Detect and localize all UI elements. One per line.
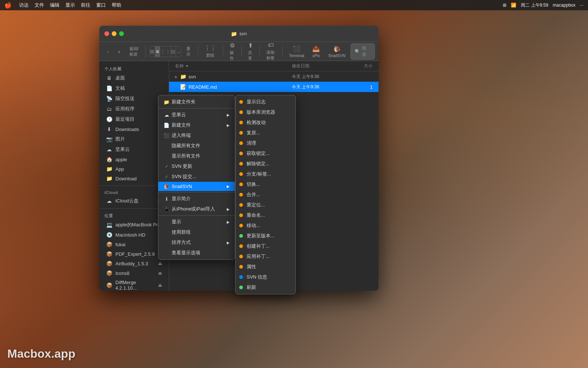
cm-svn-info[interactable]: SVN 信息	[236, 272, 295, 282]
cm-branch-tag[interactable]: 分支/标签...	[236, 169, 295, 179]
snailsvn-btn[interactable]: 🐌 SnailSVN	[325, 44, 348, 59]
cm-hide-all[interactable]: 隐藏所有文件	[158, 141, 235, 151]
cm-show-all[interactable]: 显示所有文件	[158, 151, 235, 161]
list-view-btn[interactable]: ≡	[155, 46, 160, 57]
cm-jianguoyun[interactable]: ☁ 坚果云 ▶	[158, 110, 235, 120]
sidebar-item-documents[interactable]: 📄 文稿	[101, 83, 167, 93]
maximize-button[interactable]	[119, 31, 124, 36]
cm-hide-all-label: 隐藏所有文件	[172, 142, 200, 149]
cm-repo-browser[interactable]: 版本库浏览器	[236, 107, 295, 117]
terminal-btn[interactable]: ⬛ Terminal	[286, 44, 307, 59]
cm-move[interactable]: 移动...	[236, 220, 295, 231]
sidebar-item-pdf[interactable]: 📦 PDF_Expert_2.5.9 ⏏	[101, 249, 167, 259]
cm-properties[interactable]: 属性	[236, 262, 295, 272]
sidebar-item-jianguoyun[interactable]: ☁ 坚果云	[101, 144, 167, 155]
apple-menu[interactable]: 🍎	[4, 2, 12, 9]
col-name-header[interactable]: 名称 ▼	[175, 63, 292, 69]
sidebar-item-diffmerge[interactable]: 📦 DiffMerge 4.2.1.10... ⏏	[101, 278, 167, 291]
action-label: 操作	[230, 50, 235, 61]
sidebar-item-macintosh[interactable]: 💿 Macintosh HD	[101, 230, 167, 240]
sidebar-item-icons8[interactable]: 📦 Icons8 ⏏	[101, 268, 167, 278]
sidebar-item-desktop[interactable]: 🖥 桌面	[101, 73, 167, 83]
tag-btn[interactable]: 🏷 添加标签	[263, 40, 279, 62]
cm-cleanup[interactable]: 清理	[236, 138, 295, 148]
group-btn[interactable]: ⋮⋮ 群组	[201, 43, 219, 60]
table-row[interactable]: ▶ 📁 svn 今天 上午9:36	[169, 71, 379, 82]
toolbar-divider-6	[282, 46, 283, 57]
cm-refresh[interactable]: 刷新	[236, 282, 295, 293]
cm-svn-commit[interactable]: ✓ SVN 提交...	[158, 171, 235, 182]
view-options-btn[interactable]: ⌵	[176, 46, 181, 57]
cm-create-patch[interactable]: 创建补丁...	[236, 241, 295, 251]
cm-rename[interactable]: 重命名...	[236, 210, 295, 220]
cm-apply-patch[interactable]: 应用补丁...	[236, 251, 295, 262]
col-date-header[interactable]: 修改日期	[292, 63, 351, 69]
cm-get-lock[interactable]: 获取锁定...	[236, 148, 295, 159]
sidebar-item-applications[interactable]: 🗂 应用程序	[101, 104, 167, 114]
menubar-go[interactable]: 前往	[81, 2, 90, 8]
minimize-button[interactable]	[112, 31, 116, 36]
sidebar-item-airdrop[interactable]: 📡 隔空投送	[101, 93, 167, 104]
cm-use-group[interactable]: 使用群组	[158, 227, 235, 237]
cm-check-changes[interactable]: 检测改动	[236, 117, 295, 128]
upic-label: uPic	[312, 53, 320, 58]
airbuddy-eject[interactable]: ⏏	[158, 261, 162, 266]
sidebar-item-apple[interactable]: 🏠 apple	[101, 155, 167, 164]
menubar-display[interactable]: 显示	[65, 2, 75, 8]
search-box[interactable]: 🔍 搜索	[351, 43, 375, 60]
upic-btn[interactable]: 📤 uPic	[309, 44, 323, 59]
menubar-edit[interactable]: 编辑	[50, 2, 60, 8]
sidebar-item-macbook[interactable]: 💻 apple的MacBook Pro	[101, 220, 167, 230]
cm-terminal[interactable]: ⬛ 进入终端	[158, 130, 235, 141]
sidebar-item-airbuddy[interactable]: 📦 AirBuddy_1.5.3 ⏏	[101, 259, 167, 268]
cm-new-folder[interactable]: 📁 新建文件夹	[158, 97, 235, 107]
cm-update-to-version[interactable]: 更新至版本...	[236, 231, 295, 241]
diffmerge-eject[interactable]: ⏏	[158, 283, 162, 288]
cm-switch[interactable]: 切换...	[236, 179, 295, 190]
context-menu[interactable]: 📁 新建文件夹 ☁ 坚果云 ▶ 📄 新建文件 ▶ ⬛ 进入终端 隐藏所有文件 显…	[158, 95, 235, 260]
cm-view-options[interactable]: 查看显示选项	[158, 248, 235, 258]
sidebar-item-recents[interactable]: 🕐 最近项目	[101, 114, 167, 124]
cm-get-info[interactable]: ℹ 显示简介	[158, 194, 235, 204]
menubar-finder[interactable]: 访达	[19, 2, 29, 8]
gallery-view-btn[interactable]: ⊟	[171, 46, 176, 57]
sidebar-item-download[interactable]: 📁 Download	[101, 174, 167, 183]
icons8-eject[interactable]: ⏏	[158, 270, 162, 276]
cm-snailsvn[interactable]: 🐌 SnailSVN ▶	[158, 182, 235, 191]
cm-sort-by[interactable]: 排序方式 ▶	[158, 237, 235, 248]
cm-svn-update[interactable]: ✓ SVN 更新	[158, 161, 235, 171]
cm-revert[interactable]: 复原...	[236, 128, 295, 138]
menubar-control-center-icon[interactable]: ⊞	[503, 3, 506, 8]
table-row[interactable]: ▶ 📝 README.md 今天 上午9:36 1	[169, 82, 379, 92]
close-button[interactable]	[104, 31, 109, 36]
expand-arrow[interactable]: ▶	[175, 75, 180, 79]
cm-display[interactable]: 显示 ▶	[158, 217, 235, 227]
menubar-app-name: macappbox	[553, 3, 576, 8]
menubar-wifi-icon[interactable]: 📶	[511, 3, 516, 8]
forward-button[interactable]: ›	[114, 46, 124, 57]
menubar-file[interactable]: 文件	[35, 2, 44, 8]
file-row-date: 今天 上午9:36	[292, 84, 351, 90]
snailsvn-submenu[interactable]: 显示日志 版本库浏览器 检测改动 复原... 清理 获取锁定... 解除锁定..…	[235, 95, 296, 294]
cm-relocate[interactable]: 重定位...	[236, 200, 295, 210]
back-button[interactable]: ‹	[103, 46, 113, 57]
sidebar-item-pictures[interactable]: 📷 图片	[101, 134, 167, 144]
menubar-help[interactable]: 帮助	[112, 2, 121, 8]
share-btn[interactable]: ⬆ 共享	[245, 40, 256, 63]
icon-view-btn[interactable]: ⊞	[150, 46, 155, 57]
cm-merge[interactable]: 合并...	[236, 190, 295, 200]
sidebar-item-app[interactable]: 📁 App	[101, 164, 167, 174]
cm-release-lock[interactable]: 解除锁定...	[236, 159, 295, 169]
sidebar-item-downloads[interactable]: ⬇ Downloads	[101, 124, 167, 134]
cm-import[interactable]: 📱 从iPhone或iPad导入 ▶	[158, 204, 235, 214]
menubar-dots[interactable]: ···	[580, 3, 584, 8]
sidebar-item-fukai[interactable]: 📦 fukai ⏏	[101, 240, 167, 249]
column-view-btn[interactable]: ⋮⋮	[160, 46, 171, 57]
action-btn[interactable]: ⚙ 操作	[227, 40, 238, 63]
menubar-window[interactable]: 窗口	[96, 2, 106, 8]
cm-show-log[interactable]: 显示日志	[236, 97, 295, 107]
col-size-header[interactable]: 大小	[351, 63, 373, 69]
sidebar-item-icloud[interactable]: ☁ iCloud云盘	[101, 196, 167, 206]
cm-sort-by-label: 排序方式	[172, 239, 191, 246]
cm-new-file[interactable]: 📄 新建文件 ▶	[158, 120, 235, 130]
